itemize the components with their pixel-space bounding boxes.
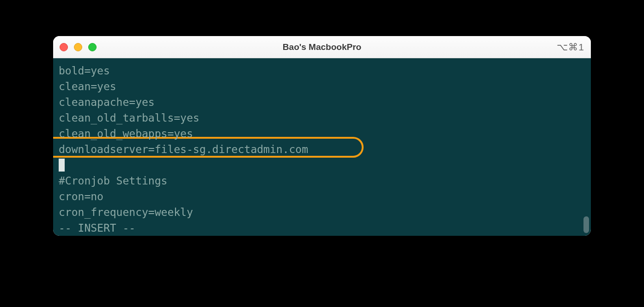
traffic-lights: [60, 43, 97, 51]
title-bar: Bao's MacbookPro ⌥⌘1: [53, 36, 591, 58]
window-shortcut: ⌥⌘1: [557, 42, 584, 53]
config-line: clean_old_webapps=yes: [59, 126, 585, 141]
config-line: #Cronjob Settings: [59, 173, 585, 189]
config-line: cron_frequency=weekly: [59, 204, 585, 220]
window-title: Bao's MacbookPro: [283, 42, 361, 52]
cursor-line: [59, 157, 585, 173]
terminal-window: Bao's MacbookPro ⌥⌘1 bold=yes clean=yes …: [53, 36, 591, 236]
cursor-icon: [59, 159, 65, 172]
config-line: bold=yes: [59, 63, 585, 79]
config-line: clean=yes: [59, 79, 585, 94]
terminal-body[interactable]: bold=yes clean=yes cleanapache=yes clean…: [53, 58, 591, 236]
maximize-button[interactable]: [88, 43, 97, 51]
config-line: clean_old_tarballs=yes: [59, 110, 585, 126]
config-line: downloadserver=files-sg.directadmin.com: [59, 141, 585, 157]
close-button[interactable]: [60, 43, 68, 51]
config-line: cron=no: [59, 189, 585, 204]
config-line: cleanapache=yes: [59, 94, 585, 110]
minimize-button[interactable]: [74, 43, 82, 51]
editor-mode: -- INSERT --: [59, 220, 585, 236]
